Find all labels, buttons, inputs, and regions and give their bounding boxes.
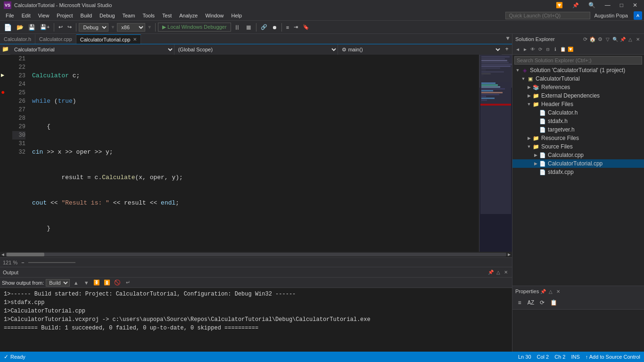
hscroll-thumb[interactable] (7, 253, 44, 256)
se-expand-btn[interactable]: △ (627, 36, 634, 42)
code-editor[interactable]: ● ▶ 21 22 23 24 25 26 27 28 29 30 31 32 (0, 55, 512, 252)
minimize-button[interactable]: — (602, 2, 613, 8)
tab-calculatortutorial-cpp[interactable]: CalculatorTutorial.cpp ✕ (76, 34, 141, 44)
hscroll-right[interactable]: ▶ (506, 252, 512, 257)
props-expand-btn[interactable]: △ (547, 288, 554, 295)
output-scroll-down-btn[interactable]: ▼ (82, 279, 91, 287)
breakpoints-btn[interactable]: ⏺ (270, 24, 279, 31)
output-scroll-bottom-btn[interactable]: ⏬ (92, 279, 101, 287)
tab-calculator-h[interactable]: Calculator.h (0, 34, 35, 44)
se-filter-btn[interactable]: ▽ (604, 36, 611, 42)
menu-file[interactable]: File (2, 12, 18, 19)
se-search-btn[interactable]: 🔍 (612, 36, 619, 42)
se-collapse-btn[interactable]: ⊟ (545, 46, 551, 53)
editor-hscroll[interactable]: ◀ ▶ (0, 252, 512, 257)
se-settings-btn[interactable]: ⚙ (597, 36, 603, 42)
tree-project[interactable]: ▼ ▣ CalculatorTutorial (512, 74, 644, 83)
undo-btn[interactable]: ↩ (57, 23, 65, 31)
close-button[interactable]: ✕ (630, 2, 640, 8)
symbol-select[interactable]: ⚙ main() (338, 44, 502, 55)
menu-tools[interactable]: Tools (139, 12, 158, 19)
se-close-btn[interactable]: ✕ (635, 36, 641, 42)
se-pin-btn[interactable]: 📌 (619, 36, 626, 42)
menu-build[interactable]: Build (77, 12, 96, 19)
se-refresh-btn[interactable]: ⟳ (537, 46, 544, 53)
redo-btn[interactable]: ↪ (66, 23, 74, 31)
tree-resource-files[interactable]: ▶ 📁 Resource Files (512, 134, 644, 142)
new-btn[interactable]: 📄 (2, 23, 14, 32)
tree-targetver-h[interactable]: 📄 targetver.h (512, 125, 644, 134)
tree-stdafx-h[interactable]: 📄 stdafx.h (512, 117, 644, 125)
tree-source-files[interactable]: ▼ 📁 Source Files (512, 142, 644, 151)
menu-help[interactable]: Help (228, 12, 246, 19)
tree-solution[interactable]: ▼ ◈ Solution 'CalculatorTutorial' (1 pro… (512, 66, 644, 74)
output-scroll-up-btn[interactable]: ▲ (72, 279, 80, 287)
menu-analyze[interactable]: Analyze (175, 12, 201, 19)
pause-btn[interactable]: ⏸ (232, 23, 242, 32)
debug-mode-select[interactable]: Debug (79, 23, 108, 32)
output-clear-btn[interactable]: 🚫 (113, 279, 122, 287)
output-pin-btn[interactable]: 📌 (487, 269, 494, 276)
menu-view[interactable]: View (34, 12, 53, 19)
attach-process-btn[interactable]: 🔗 (259, 23, 269, 31)
bookmark-btn[interactable]: 🔖 (301, 23, 311, 31)
menu-team[interactable]: Team (119, 12, 139, 19)
menu-edit[interactable]: Edit (18, 12, 34, 19)
code-content[interactable]: Calculator c; while (true) { cin >> x >>… (28, 55, 479, 252)
se-properties-btn[interactable]: ℹ (552, 46, 559, 53)
open-btn[interactable]: 📂 (15, 23, 25, 32)
output-content[interactable]: 1>------ Build started: Project: Calcula… (0, 288, 512, 352)
se-preview-btn[interactable]: 📋 (560, 46, 566, 53)
save-all-btn[interactable]: 💾+ (38, 23, 51, 31)
tree-header-files[interactable]: ▼ 📁 Header Files (512, 100, 644, 108)
indent-btn[interactable]: ⇥ (292, 23, 300, 31)
menu-project[interactable]: Project (53, 12, 76, 19)
se-sync-btn[interactable]: ⟳ (582, 36, 588, 42)
props-pin-btn[interactable]: 📌 (540, 288, 546, 295)
se-show-all-btn[interactable]: 👁 (529, 46, 536, 53)
zoom-minus[interactable]: − (21, 260, 24, 265)
tab-calculator-cpp[interactable]: Calculator.cpp (35, 34, 76, 44)
breakpoint-indicator[interactable]: ● (1, 89, 5, 96)
quick-launch-input[interactable] (505, 12, 590, 19)
hscroll-track[interactable] (6, 253, 506, 256)
maximize-button[interactable]: □ (617, 2, 626, 8)
menu-debug[interactable]: Debug (96, 12, 118, 19)
props-refresh-btn[interactable]: ⟳ (537, 298, 547, 308)
tab-close-icon[interactable]: ✕ (133, 37, 137, 42)
tree-calculator-cpp[interactable]: ▶ 📄 Calculator.cpp (512, 151, 644, 159)
tree-external-deps[interactable]: ▶ 📁 External Dependencies (512, 91, 644, 100)
output-expand-btn[interactable]: △ (495, 269, 502, 276)
props-category-btn[interactable]: ≡ (514, 298, 525, 308)
menu-test[interactable]: Test (158, 12, 175, 19)
tree-calculatortutorial-cpp[interactable]: ▶ 📄 CalculatorTutorial.cpp (512, 159, 644, 168)
se-forward-btn[interactable]: ▶ (522, 46, 528, 53)
align-btn[interactable]: ≡ (284, 24, 291, 31)
save-btn[interactable]: 💾 (26, 23, 37, 32)
project-scope-select[interactable]: CalculatorTutorial (10, 44, 174, 55)
tab-scroll-btn[interactable]: ▼ (504, 33, 512, 44)
tree-references[interactable]: ▶ 📚 References (512, 83, 644, 91)
props-desc-btn[interactable]: 📋 (548, 298, 559, 308)
run-button[interactable]: ▶ Local Windows Debugger (158, 23, 231, 32)
output-source-select[interactable]: Build (46, 279, 70, 287)
stop-btn[interactable]: ⏹ (243, 23, 254, 32)
props-alpha-btn[interactable]: AZ (526, 298, 536, 308)
se-home-btn[interactable]: 🏠 (589, 36, 596, 42)
minimap[interactable] (479, 55, 512, 252)
status-source-control[interactable]: ↑ Add to Source Control (586, 354, 640, 360)
global-scope-select[interactable]: (Global Scope) (174, 44, 338, 55)
props-close-btn[interactable]: ✕ (555, 288, 561, 295)
output-wrap-btn[interactable]: ↵ (124, 279, 132, 287)
tree-calculator-h[interactable]: 📄 Calculator.h (512, 108, 644, 117)
se-filter2-btn[interactable]: 🔽 (567, 46, 574, 53)
output-close-btn[interactable]: ✕ (503, 269, 509, 276)
tree-stdafx-cpp[interactable]: 📄 stdafx.cpp (512, 168, 644, 176)
output-scroll-top-btn[interactable]: ⏫ (103, 279, 111, 287)
expand-editor-icon[interactable]: + (502, 44, 512, 55)
se-search-input[interactable] (514, 56, 642, 65)
se-back-btn[interactable]: ◀ (514, 46, 521, 53)
hscroll-left[interactable]: ◀ (0, 252, 6, 257)
platform-select[interactable]: x86 (117, 23, 145, 32)
menu-window[interactable]: Window (201, 12, 227, 19)
